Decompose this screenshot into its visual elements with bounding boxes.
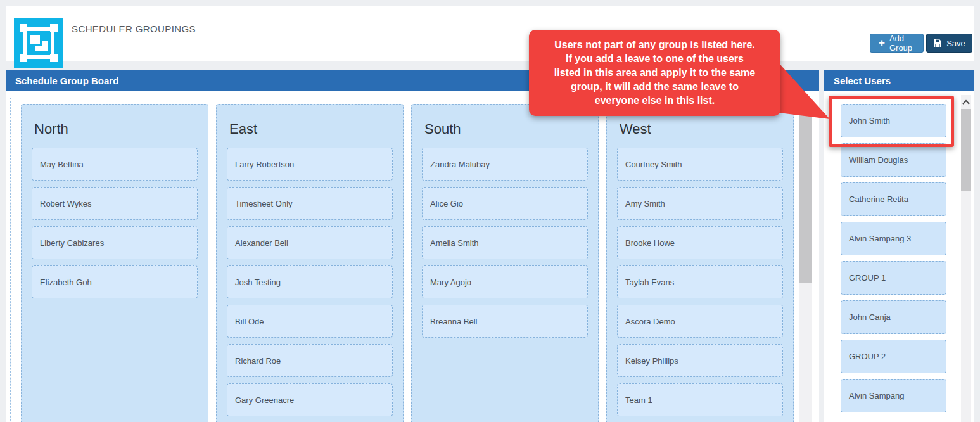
select-users-header: Select Users [824, 70, 974, 91]
group-title: North [34, 121, 198, 137]
user-card[interactable]: Catherine Retita [841, 182, 946, 216]
callout-text-line: group, it will add the same leave to [535, 80, 774, 94]
group-column-east[interactable]: EastLarry RobertsonTimesheet OnlyAlexand… [216, 104, 404, 422]
user-card[interactable]: Robert Wykes [32, 187, 198, 220]
add-group-button[interactable]: + Add Group [870, 34, 924, 53]
group-column-north[interactable]: NorthMay BettinaRobert WykesLiberty Cabi… [21, 104, 208, 422]
select-users-scrollbar[interactable] [961, 95, 971, 422]
annotation-callout: Users not part of any group is listed he… [529, 30, 780, 116]
user-card[interactable]: Liberty Cabizares [32, 226, 198, 259]
user-card[interactable]: Alexander Bell [227, 226, 393, 259]
user-card[interactable]: Brooke Howe [617, 226, 783, 259]
user-card[interactable]: GROUP 1 [841, 261, 946, 295]
user-card[interactable]: Larry Robertson [227, 148, 393, 181]
user-card[interactable]: Amy Smith [617, 187, 783, 220]
group-title: South [424, 121, 588, 137]
callout-text-line: Users not part of any group is listed he… [535, 38, 774, 52]
plus-icon: + [879, 37, 885, 48]
user-card[interactable]: Team 1 [617, 383, 783, 416]
user-card[interactable]: Gary Greenacre [227, 383, 393, 416]
user-card[interactable]: May Bettina [32, 148, 198, 181]
user-card[interactable]: William Douglas [841, 143, 946, 177]
user-card[interactable]: Bill Ode [227, 305, 393, 338]
user-card-highlighted[interactable]: John Smith [841, 104, 946, 137]
save-label: Save [946, 39, 965, 48]
user-card[interactable]: Kelsey Phillips [617, 344, 783, 377]
user-card[interactable]: Mary Agojo [422, 265, 588, 298]
schedule-group-board-title: Schedule Group Board [15, 75, 118, 86]
callout-text-line: If you add a leave to one of the users [535, 52, 774, 66]
save-button[interactable]: Save [926, 34, 972, 53]
user-card[interactable]: Elizabeth Goh [32, 265, 198, 298]
user-card[interactable]: Richard Roe [227, 344, 393, 377]
user-card[interactable]: Josh Testing [227, 265, 393, 298]
board-dropzone-edge [796, 98, 796, 422]
select-users-list: John SmithWilliam DouglasCatherine Retit… [841, 104, 946, 418]
save-icon [933, 39, 942, 48]
user-card[interactable]: Timesheet Only [227, 187, 393, 220]
add-group-label: Add Group [889, 34, 915, 53]
callout-text-line: everyone else in this list. [535, 94, 774, 108]
user-card[interactable]: Alvin Sampang [841, 379, 946, 412]
board-scrollbar[interactable] [799, 98, 812, 422]
page-header: SCHEDULER GROUPINGS + Add Group Save [6, 6, 974, 61]
user-card[interactable]: Zandra Malubay [422, 148, 588, 181]
group-title: West [620, 121, 783, 137]
callout-pointer [777, 61, 834, 123]
select-scrollbar-thumb[interactable] [961, 109, 971, 191]
user-card[interactable]: Taylah Evans [617, 265, 783, 298]
user-card[interactable]: Alice Gio [422, 187, 588, 220]
user-card[interactable]: Alvin Sampang 3 [841, 222, 946, 255]
user-card[interactable]: Breanna Bell [422, 305, 588, 338]
group-column-west[interactable]: WestCourtney SmithAmy SmithBrooke HoweTa… [606, 104, 794, 422]
user-card[interactable]: Amelia Smith [422, 226, 588, 259]
user-card[interactable]: John Canja [841, 300, 946, 334]
scroll-up-icon[interactable] [961, 95, 971, 108]
select-users-title: Select Users [834, 75, 891, 86]
scheduler-groupings-icon [14, 18, 63, 68]
user-card[interactable]: Courtney Smith [617, 148, 783, 181]
user-card[interactable]: GROUP 2 [841, 340, 946, 373]
page-title: SCHEDULER GROUPINGS [72, 23, 196, 34]
user-card[interactable]: Ascora Demo [617, 305, 783, 338]
group-columns-row: NorthMay BettinaRobert WykesLiberty Cabi… [21, 104, 794, 422]
group-title: East [229, 121, 393, 137]
scheduler-groupings-page: SCHEDULER GROUPINGS + Add Group Save Sch… [0, 0, 980, 422]
callout-text-line: listed in this area and apply it to the … [535, 66, 774, 80]
board-scrollbar-thumb[interactable] [799, 112, 812, 283]
group-column-south[interactable]: SouthZandra MalubayAlice GioAmelia Smith… [411, 104, 599, 422]
